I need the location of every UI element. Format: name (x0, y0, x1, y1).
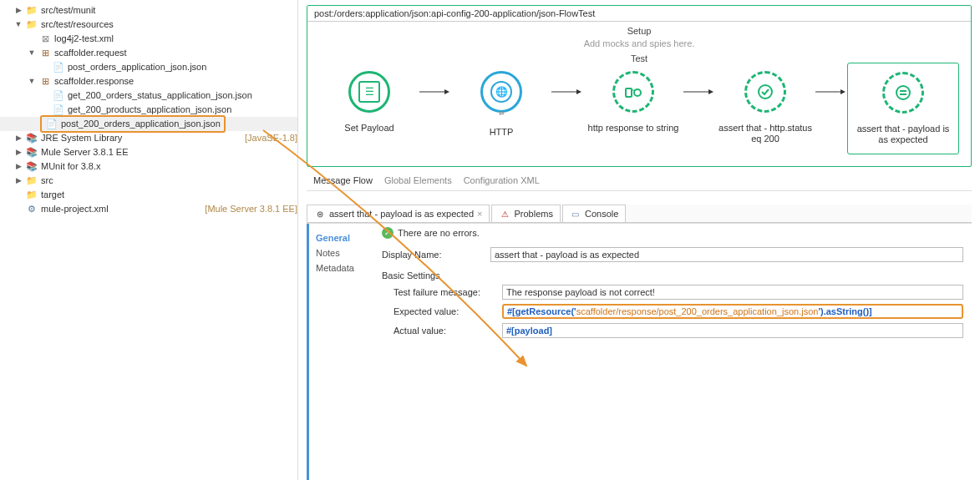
tab-label: assert that - payload is as expected (329, 209, 474, 219)
tree-file-mule-project[interactable]: ⚙ mule-project.xml [Mule Server 3.8.1 EE… (0, 202, 297, 216)
chevron-down-icon: ▼ (13, 20, 23, 30)
package-icon: ⊞ (38, 47, 52, 60)
tab-message-flow[interactable]: Message Flow (313, 175, 373, 185)
tree-folder-munit[interactable]: ▶ 📁 src/test/munit (0, 3, 297, 18)
tree-munit-lib[interactable]: ▶ 📚 MUnit for 3.8.x (0, 159, 297, 174)
status-text: There are no errors. (398, 228, 480, 238)
mel-text: #[getResource(' (507, 306, 576, 316)
actual-value-row: Actual value: #[payload] (394, 323, 963, 338)
editor-sub-tabs: Message Flow Global Elements Configurati… (307, 167, 972, 191)
tree-mule-server[interactable]: ▶ 📚 Mule Server 3.8.1 EE (0, 145, 297, 159)
arrow-placeholder (27, 34, 37, 44)
no-errors-status: ✓ There are no errors. (382, 227, 963, 239)
tab-configuration-xml[interactable]: Configuration XML (464, 175, 540, 185)
connector-arrow (683, 71, 715, 113)
gear-icon: ⚙ (25, 203, 38, 216)
tree-label: post_200_orders_application_json.json (61, 117, 221, 131)
tree-decorator: [JavaSE-1.8] (245, 131, 297, 145)
connector-arrow (551, 71, 583, 113)
tree-file-post-orders[interactable]: 📄 post_orders_application_json.json (0, 60, 297, 74)
mel-text: ] (549, 326, 552, 336)
library-icon: 📚 (25, 146, 38, 159)
folder-icon: 📁 (25, 189, 38, 202)
tab-console[interactable]: ▭ Console (562, 205, 626, 222)
tree-file-log4j[interactable]: ⊠ log4j2-test.xml (0, 32, 297, 46)
chevron-right-icon: ▶ (13, 134, 23, 144)
tab-problems[interactable]: ⚠ Problems (491, 205, 560, 222)
set-payload-icon: ☰ (358, 81, 380, 103)
node-http[interactable]: 🌐 ⇄ HTTP (451, 71, 551, 138)
equals-icon: ⊜ (314, 208, 326, 220)
tree-label: MUnit for 3.8.x (41, 159, 297, 174)
test-failure-label: Test failure message: (394, 287, 502, 297)
svg-point-11 (896, 86, 910, 99)
arrow-placeholder (40, 91, 50, 101)
tree-folder-target[interactable]: 📁 target (0, 188, 297, 202)
node-label: assert that - http.status eq 200 (715, 123, 815, 144)
equals-circle-icon (892, 82, 914, 104)
globe-icon: 🌐 (490, 81, 512, 103)
editor-area: post:/orders:application/json:api-config… (298, 0, 980, 480)
xml-file-icon: ⊠ (38, 33, 52, 46)
bottom-view-tabs: ⊜ assert that - payload is as expected ×… (307, 205, 972, 223)
library-icon: 📚 (25, 132, 38, 145)
arrow-placeholder (40, 63, 50, 73)
check-icon: ✓ (382, 227, 394, 239)
tree-label: log4j2-test.xml (54, 32, 297, 46)
mel-text: #[ (506, 326, 515, 336)
tree-label: mule-project.xml (41, 202, 201, 216)
check-circle-icon (754, 81, 776, 103)
chevron-down-icon: ▼ (27, 48, 37, 58)
expected-value-label: Expected value: (394, 306, 502, 316)
display-name-field[interactable]: assert that - payload is as expected (490, 247, 963, 262)
chevron-right-icon: ▶ (13, 176, 23, 186)
tree-file-get-status[interactable]: 📄 get_200_orders_status_application_json… (0, 88, 297, 103)
tree-folder-src[interactable]: ▶ 📁 src (0, 174, 297, 188)
node-http-response[interactable]: http response to string (583, 71, 683, 134)
actual-value-field[interactable]: #[payload] (502, 323, 963, 338)
basic-settings-heading: Basic Settings (382, 270, 963, 280)
tab-label: Console (585, 209, 618, 219)
prop-tab-general[interactable]: General (316, 230, 370, 245)
tree-label: get_200_orders_status_application_json.j… (68, 88, 297, 103)
properties-sidebar: General Notes Metadata (307, 224, 373, 480)
chevron-down-icon: ▼ (27, 77, 37, 87)
tree-folder-scaffolder-request[interactable]: ▼ ⊞ scaffolder.request (0, 46, 297, 60)
flow-canvas[interactable]: post:/orders:application/json:api-config… (307, 5, 972, 167)
prop-tab-notes[interactable]: Notes (316, 245, 370, 260)
console-icon: ▭ (570, 208, 581, 220)
tree-file-post-200-highlighted[interactable]: 📄 post_200_orders_application_json.json (0, 117, 297, 131)
connector-arrow (419, 71, 451, 113)
tab-global-elements[interactable]: Global Elements (384, 175, 452, 185)
node-assert-status[interactable]: assert that - http.status eq 200 (715, 71, 815, 144)
json-file-icon: 📄 (52, 89, 65, 103)
transform-icon (622, 81, 644, 103)
properties-body: ✓ There are no errors. Display Name: ass… (373, 224, 972, 480)
folder-icon: 📁 (25, 174, 38, 188)
node-label: Set Payload (344, 123, 394, 134)
folder-icon: 📁 (25, 4, 38, 18)
tree-jre-library[interactable]: ▶ 📚 JRE System Library [JavaSE-1.8] (0, 131, 297, 145)
json-file-icon: 📄 (52, 61, 65, 74)
node-set-payload[interactable]: ☰ Set Payload (319, 71, 419, 134)
close-icon[interactable]: × (477, 209, 482, 219)
expected-value-field[interactable]: #[getResource('scaffolder/response/post_… (502, 304, 963, 319)
tree-folder-scaffolder-response[interactable]: ▼ ⊞ scaffolder.response (0, 74, 297, 88)
chevron-right-icon: ▶ (13, 148, 23, 158)
svg-marker-7 (708, 89, 713, 94)
arrow-placeholder (13, 205, 23, 215)
project-explorer[interactable]: ▶ 📁 src/test/munit ▼ 📁 src/test/resource… (0, 0, 298, 480)
node-assert-payload-selected[interactable]: assert that - payload is as expected (847, 63, 959, 154)
tree-decorator: [Mule Server 3.8.1 EE] (205, 202, 297, 216)
prop-tab-metadata[interactable]: Metadata (316, 260, 370, 275)
subflow-indicator-icon: ⇄ (499, 109, 505, 117)
flow-title: post:/orders:application/json:api-config… (307, 6, 971, 22)
tree-folder-resources[interactable]: ▼ 📁 src/test/resources (0, 18, 297, 32)
chevron-right-icon: ▶ (13, 6, 23, 16)
tree-label: src/test/resources (41, 18, 297, 32)
svg-marker-1 (444, 89, 449, 94)
expected-value-row: Expected value: #[getResource('scaffolde… (394, 304, 963, 319)
tab-assert-properties[interactable]: ⊜ assert that - payload is as expected × (307, 205, 490, 222)
test-failure-field[interactable]: The response payload is not correct! (502, 285, 963, 300)
tree-label: JRE System Library (41, 131, 241, 145)
